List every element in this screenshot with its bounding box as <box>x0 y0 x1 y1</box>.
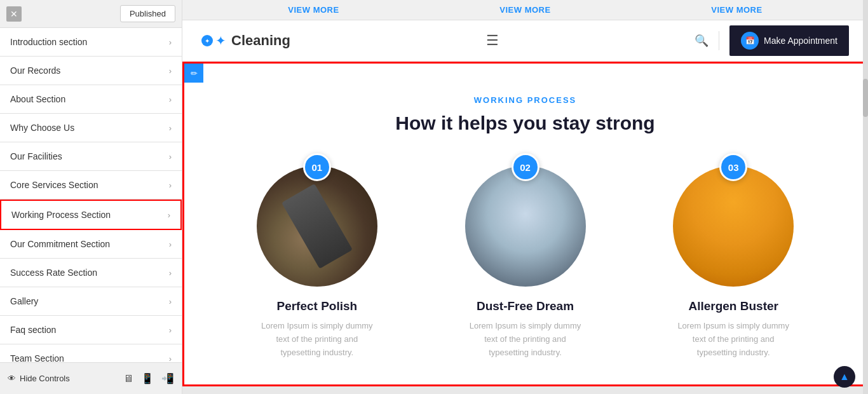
chevron-right-icon: › <box>169 240 172 249</box>
sidebar-item-label: About Section <box>10 94 65 104</box>
main-content: VIEW MORE VIEW MORE VIEW MORE ✦ ✦ Cleani… <box>182 0 868 394</box>
sidebar-item-gallery[interactable]: Gallery› <box>0 287 182 316</box>
hamburger-menu[interactable]: ☰ <box>486 32 499 49</box>
chevron-right-icon: › <box>169 37 172 47</box>
chevron-right-icon: › <box>169 268 172 278</box>
sidebar-item-label: Introduction section <box>10 37 87 47</box>
process-card-name-1: Perfect Polish <box>276 299 357 313</box>
sidebar-item-label: Our Facilities <box>10 151 62 161</box>
sidebar: ✕ Published Introduction section›Our Rec… <box>0 0 182 394</box>
scroll-to-top-button[interactable]: ▲ <box>834 366 855 388</box>
sidebar-item-our-facilities[interactable]: Our Facilities› <box>0 142 182 171</box>
appointment-button[interactable]: 📅 Make Appointment <box>729 25 849 56</box>
mobile-icon[interactable]: 📲 <box>161 372 174 384</box>
chevron-right-icon: › <box>169 123 172 133</box>
desktop-icon[interactable]: 🖥 <box>123 373 133 384</box>
divider <box>719 31 719 50</box>
process-card-2: 02 Dust-Free Dream Lorem Ipsum is simply… <box>431 160 620 359</box>
chevron-right-icon: › <box>169 66 172 76</box>
process-card-name-2: Dust-Free Dream <box>477 299 574 313</box>
chevron-right-icon: › <box>169 354 172 363</box>
brand-star-icon: ✦ <box>215 33 226 48</box>
view-more-link-2[interactable]: VIEW MORE <box>499 5 550 15</box>
process-card-3: 03 Allergen Buster Lorem Ipsum is simply… <box>639 160 828 359</box>
sidebar-header: ✕ Published <box>0 0 182 28</box>
sidebar-item-success-rate-section[interactable]: Success Rate Section› <box>0 259 182 287</box>
chevron-right-icon: › <box>169 325 172 335</box>
hide-controls-button[interactable]: 👁 Hide Controls <box>8 374 70 383</box>
sidebar-item-label: Core Services Section <box>10 180 98 190</box>
brand-name: Cleaning <box>231 32 290 49</box>
view-more-link-3[interactable]: VIEW MORE <box>711 5 762 15</box>
sidebar-item-about-section[interactable]: About Section› <box>0 85 182 114</box>
chevron-right-icon: › <box>168 210 170 220</box>
brand-icons: ✦ ✦ <box>201 33 226 48</box>
working-process-section: ✏ WORKING PROCESS How it helps you stay … <box>182 62 868 386</box>
sidebar-item-core-services-section[interactable]: Core Services Section› <box>0 171 182 200</box>
sidebar-item-team-section[interactable]: Team Section› <box>0 344 182 362</box>
process-number-3: 03 <box>719 153 747 181</box>
sidebar-item-working-process-section[interactable]: Working Process Section› <box>0 200 182 230</box>
sidebar-item-label: Our Commitment Section <box>10 239 110 249</box>
process-number-2: 02 <box>512 153 539 181</box>
process-image-3 <box>673 166 794 287</box>
close-button[interactable]: ✕ <box>6 6 22 22</box>
working-process-content: WORKING PROCESS How it helps you stay st… <box>184 64 866 384</box>
eye-icon: 👁 <box>8 374 16 383</box>
sidebar-item-our-commitment-section[interactable]: Our Commitment Section› <box>0 230 182 259</box>
chevron-right-icon: › <box>169 297 172 306</box>
sidebar-footer: 👁 Hide Controls 🖥 📱 📲 <box>0 362 182 394</box>
process-image-2 <box>465 166 586 287</box>
search-icon[interactable]: 🔍 <box>695 34 709 48</box>
sidebar-item-faq-section[interactable]: Faq section› <box>0 316 182 344</box>
process-card-desc-2: Lorem Ipsum is simply dummy text of the … <box>468 320 583 359</box>
sidebar-item-why-choose-us[interactable]: Why Choose Us› <box>0 114 182 142</box>
sidebar-item-label: Gallery <box>10 296 38 306</box>
calendar-icon: 📅 <box>741 32 759 50</box>
process-card-desc-3: Lorem Ipsum is simply dummy text of the … <box>676 320 790 359</box>
view-more-bar: VIEW MORE VIEW MORE VIEW MORE <box>182 0 868 20</box>
brand-circle-icon: ✦ <box>201 35 213 46</box>
process-cards-container: 01 Perfect Polish Lorem Ipsum is simply … <box>222 160 828 359</box>
process-card-desc-1: Lorem Ipsum is simply dummy text of the … <box>260 320 374 359</box>
sidebar-item-our-records[interactable]: Our Records› <box>0 57 182 85</box>
published-button[interactable]: Published <box>120 5 175 22</box>
appointment-label: Make Appointment <box>764 36 837 46</box>
hide-controls-label: Hide Controls <box>20 374 70 383</box>
section-title: How it helps you stay strong <box>222 112 828 134</box>
chevron-right-icon: › <box>169 95 172 104</box>
sidebar-item-label: Why Choose Us <box>10 123 74 133</box>
sidebar-item-label: Success Rate Section <box>10 268 97 278</box>
navbar: ✦ ✦ Cleaning ☰ 🔍 📅 Make Appointment <box>182 20 868 62</box>
section-edit-button[interactable]: ✏ <box>184 64 203 83</box>
device-icons-group: 🖥 📱 📲 <box>123 372 174 384</box>
process-image-1 <box>257 166 377 287</box>
chevron-right-icon: › <box>169 180 172 190</box>
brand: ✦ ✦ Cleaning <box>201 32 290 49</box>
sidebar-items-list: Introduction section›Our Records›About S… <box>0 28 182 362</box>
sidebar-item-label: Team Section <box>10 353 64 362</box>
sidebar-item-label: Faq section <box>10 325 56 335</box>
tablet-icon[interactable]: 📱 <box>141 372 154 384</box>
sidebar-item-introduction-section[interactable]: Introduction section› <box>0 28 182 57</box>
scrollbar-thumb <box>863 79 868 117</box>
sidebar-item-label: Our Records <box>10 65 60 76</box>
navbar-right: 🔍 📅 Make Appointment <box>695 25 849 56</box>
right-scrollbar[interactable] <box>863 0 868 394</box>
process-number-1: 01 <box>303 153 331 181</box>
view-more-link-1[interactable]: VIEW MORE <box>288 5 339 15</box>
process-card-1: 01 Perfect Polish Lorem Ipsum is simply … <box>222 160 412 359</box>
section-tag: WORKING PROCESS <box>222 95 828 105</box>
sidebar-item-label: Working Process Section <box>11 210 111 220</box>
process-card-name-3: Allergen Buster <box>688 299 778 313</box>
chevron-right-icon: › <box>169 152 172 161</box>
